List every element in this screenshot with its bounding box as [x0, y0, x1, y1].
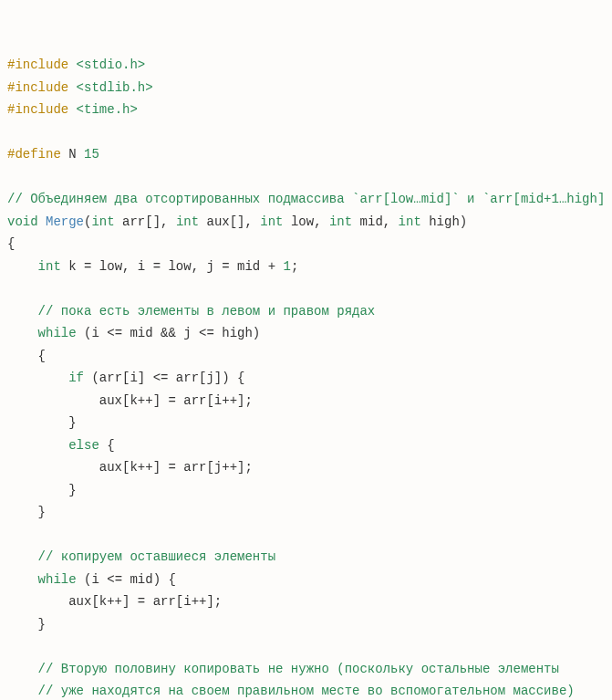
- comment: // Вторую половину копировать не нужно (…: [7, 662, 559, 676]
- text: }: [7, 505, 46, 519]
- keyword: while: [38, 326, 77, 340]
- text: [38, 214, 46, 229]
- text: (arr[i] <= arr[j]) {: [84, 371, 244, 385]
- text: [7, 572, 38, 587]
- comment: // Объединяем два отсортированных подмас…: [7, 192, 605, 206]
- preproc: #define: [7, 147, 61, 162]
- text: }: [7, 617, 46, 632]
- text: N: [61, 147, 84, 162]
- keyword: int: [91, 214, 114, 229]
- text: aux[k++] = arr[i++];: [7, 393, 253, 408]
- text: }: [7, 483, 77, 497]
- preproc: #include: [7, 102, 68, 117]
- text: aux[k++] = arr[i++];: [7, 594, 222, 609]
- text: high): [421, 214, 467, 229]
- comment: // уже находятся на своем правильном мес…: [7, 684, 575, 698]
- header: <time.h>: [68, 102, 138, 117]
- text: aux[],: [199, 214, 260, 229]
- text: (i <= mid && j <= high): [77, 326, 261, 340]
- preproc: #include: [7, 57, 68, 72]
- keyword: else: [68, 438, 99, 453]
- comment: // копируем оставшиеся элементы: [7, 549, 275, 564]
- code-block: #include <stdio.h> #include <stdlib.h> #…: [7, 54, 605, 700]
- number: 1: [283, 259, 290, 274]
- header: <stdlib.h>: [68, 80, 152, 95]
- keyword: int: [176, 214, 199, 229]
- text: {: [7, 236, 15, 251]
- comment: // пока есть элементы в левом и правом р…: [7, 304, 375, 319]
- keyword: int: [38, 259, 61, 274]
- text: {: [7, 349, 46, 363]
- preproc: #include: [7, 80, 68, 95]
- keyword: int: [329, 214, 352, 229]
- function-name: Merge: [46, 214, 84, 229]
- text: [7, 259, 38, 274]
- text: [7, 438, 68, 453]
- header: <stdio.h>: [68, 57, 145, 72]
- text: [7, 326, 38, 340]
- text: arr[],: [115, 214, 176, 229]
- text: low,: [284, 214, 329, 229]
- keyword: int: [399, 214, 421, 229]
- keyword: while: [38, 572, 77, 587]
- text: }: [7, 415, 77, 430]
- text: mid,: [352, 214, 398, 229]
- number: 15: [84, 147, 99, 162]
- keyword: int: [260, 214, 283, 229]
- keyword: if: [68, 371, 84, 385]
- text: (i <= mid) {: [77, 572, 176, 587]
- text: [7, 371, 68, 385]
- text: ;: [291, 259, 298, 274]
- text: k = low, i = low, j = mid +: [61, 259, 284, 274]
- keyword: void: [7, 214, 38, 229]
- text: aux[k++] = arr[j++];: [7, 460, 253, 475]
- text: {: [99, 438, 115, 453]
